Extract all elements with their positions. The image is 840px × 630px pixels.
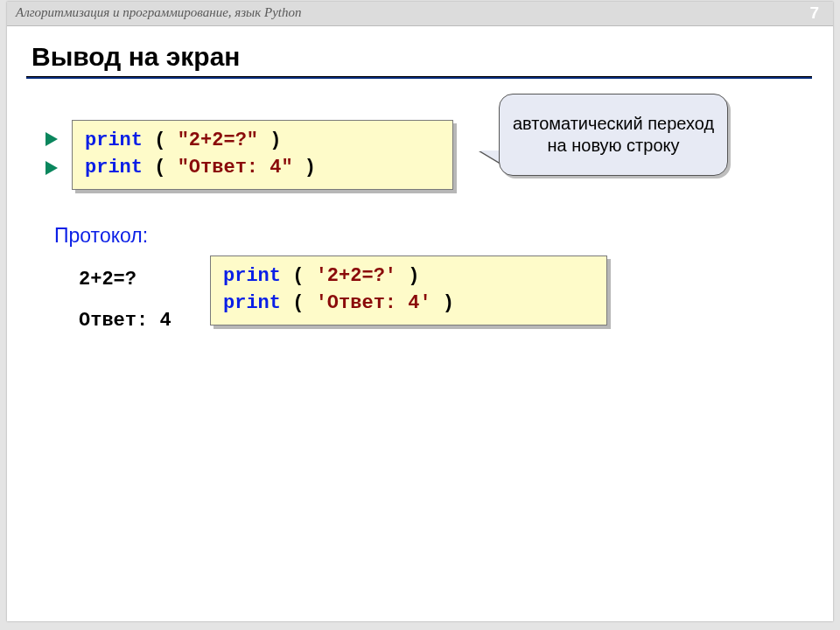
paren: ( — [281, 265, 316, 287]
header-subject: Алгоритмизация и программирование, язык … — [16, 5, 302, 20]
slide-header: Алгоритмизация и программирование, язык … — [7, 2, 833, 26]
paren: ) — [293, 157, 316, 178]
string-literal: "2+2=?" — [178, 130, 258, 151]
paren: ) — [258, 130, 281, 151]
bullet-arrow-icon — [46, 132, 58, 146]
keyword: print — [85, 130, 143, 151]
keyword: print — [223, 265, 281, 287]
protocol-label: Протокол: — [54, 224, 148, 248]
keyword: print — [223, 292, 281, 314]
paren: ( — [143, 157, 178, 178]
code-line: print ( "2+2=?" ) — [85, 128, 440, 155]
callout-note: автоматический переход на новую строку — [499, 94, 728, 176]
paren: ( — [281, 292, 316, 314]
string-literal: "Ответ: 4" — [178, 157, 293, 178]
code-line: print ( "Ответ: 4" ) — [85, 155, 440, 182]
output-line: 2+2=? — [79, 269, 136, 290]
code-block-2: print ( '2+2=?' ) print ( 'Ответ: 4' ) — [210, 256, 607, 326]
page-title: Вывод на экран — [32, 42, 241, 72]
code-line: print ( '2+2=?' ) — [223, 263, 594, 290]
keyword: print — [85, 157, 143, 178]
paren: ( — [143, 130, 178, 151]
code-line: print ( 'Ответ: 4' ) — [223, 290, 594, 318]
paren: ) — [396, 265, 419, 287]
string-literal: 'Ответ: 4' — [316, 292, 431, 314]
string-literal: '2+2=?' — [316, 265, 396, 287]
paren: ) — [431, 292, 454, 314]
title-underline — [26, 76, 812, 79]
bullet-arrow-icon — [46, 161, 58, 175]
code-block-1: print ( "2+2=?" ) print ( "Ответ: 4" ) — [72, 120, 453, 190]
output-line: Ответ: 4 — [79, 310, 172, 332]
page-number: 7 — [809, 4, 819, 23]
slide: Алгоритмизация и программирование, язык … — [7, 2, 833, 621]
